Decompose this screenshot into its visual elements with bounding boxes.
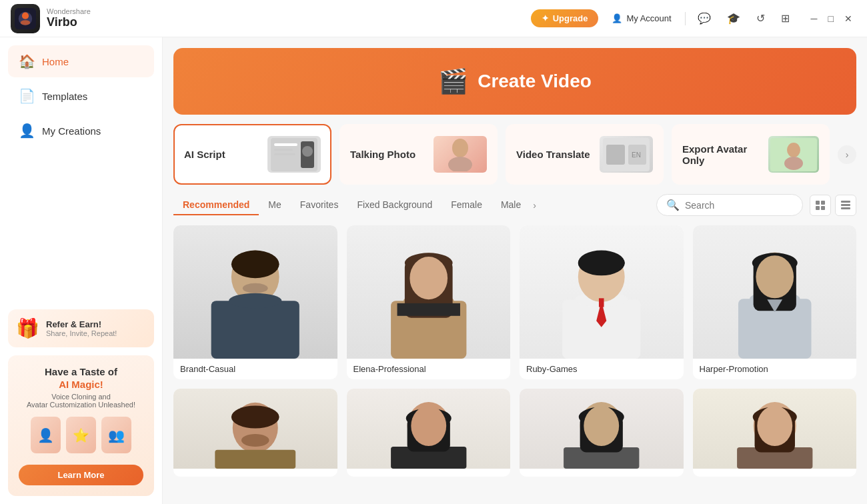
avatar-image-6 (347, 389, 511, 469)
more-tabs-button[interactable]: › (530, 197, 539, 213)
brand-name: Wondershare (47, 7, 91, 15)
titlebar-controls: ✦ Upgrade 👤 My Account 💬 🎓 ↺ ⊞ ─ □ ✕ (531, 9, 856, 27)
feature-card-video-translate[interactable]: Video Translate EN (506, 124, 664, 185)
svg-point-30 (243, 283, 268, 293)
avatar-card-brandt[interactable]: Brandt-Casual (173, 225, 337, 379)
avatar-card-harper[interactable]: Harper-Promotion (693, 225, 857, 379)
avatar-image-ruby (520, 225, 684, 359)
avatar-name-brandt: Brandt-Casual (173, 359, 337, 379)
svg-point-3 (21, 20, 31, 25)
avatar-card-ruby[interactable]: Ruby-Games (520, 225, 684, 379)
feature-cards-row: AI Script Talking Photo (173, 124, 856, 185)
svg-rect-27 (211, 301, 299, 359)
home-icon: 🏠 (19, 53, 35, 69)
svg-point-10 (452, 139, 468, 157)
svg-text:EN: EN (632, 151, 641, 159)
svg-rect-45 (599, 298, 604, 307)
account-icon: 👤 (612, 13, 622, 23)
search-icon: 🔍 (666, 199, 680, 211)
svg-point-43 (578, 251, 625, 276)
svg-rect-22 (821, 206, 825, 210)
sidebar-item-my-creations[interactable]: 👤 My Creations (8, 115, 154, 147)
svg-rect-54 (215, 450, 295, 469)
my-creations-icon: 👤 (19, 123, 35, 139)
refer-earn-card[interactable]: 🎁 Refer & Earn! Share, Invite, Repeat! (8, 309, 154, 347)
upgrade-button[interactable]: ✦ Upgrade (531, 9, 599, 27)
svg-rect-20 (821, 201, 825, 205)
tab-male[interactable]: Male (492, 195, 530, 215)
my-account-button[interactable]: 👤 My Account (606, 11, 676, 26)
ai-magic-card[interactable]: Have a Taste of AI Magic! Voice Cloning … (8, 355, 154, 496)
window-controls: ─ □ ✕ (807, 11, 856, 27)
titlebar-separator (685, 12, 686, 25)
filter-tabs: Recommended Me Favorites Fixed Backgroun… (173, 195, 656, 215)
talking-photo-thumb (434, 136, 487, 173)
avatar-image-7 (520, 389, 684, 469)
avatar-name-5 (173, 469, 337, 477)
svg-point-28 (229, 293, 281, 309)
svg-rect-23 (841, 201, 850, 203)
refresh-icon-button[interactable]: ↺ (752, 9, 769, 27)
feature-card-talking-photo[interactable]: Talking Photo (339, 124, 498, 185)
logo-text: Wondershare Virbo (47, 7, 91, 29)
sidebar-creations-label: My Creations (42, 125, 101, 137)
search-input[interactable] (685, 200, 792, 211)
avatar-card-7[interactable] (520, 389, 684, 477)
svg-rect-13 (606, 145, 625, 165)
grid-icon-button[interactable]: ⊞ (777, 9, 794, 27)
sidebar-home-label: Home (42, 56, 69, 67)
svg-point-56 (241, 434, 269, 447)
svg-rect-7 (274, 153, 295, 155)
svg-point-2 (22, 12, 29, 19)
svg-point-66 (584, 406, 619, 446)
list-view-button[interactable] (835, 195, 856, 216)
tab-me[interactable]: Me (259, 195, 290, 215)
close-button[interactable]: ✕ (840, 11, 856, 27)
minimize-button[interactable]: ─ (807, 11, 822, 27)
sidebar-nav: 🏠 Home 📄 Templates 👤 My Creations (0, 37, 162, 149)
avatar-name-6 (347, 469, 511, 477)
avatar-name-7 (520, 469, 684, 477)
content-area: 🎬 Create Video AI Script (163, 37, 867, 504)
avatar-card-5[interactable] (173, 389, 337, 477)
talking-photo-label: Talking Photo (350, 149, 415, 160)
chat-icon-button[interactable]: 💬 (694, 9, 715, 27)
create-video-banner[interactable]: 🎬 Create Video (173, 48, 856, 115)
sidebar-item-templates[interactable]: 📄 Templates (8, 80, 154, 112)
svg-rect-19 (816, 201, 820, 205)
hat-icon-button[interactable]: 🎓 (723, 9, 744, 27)
avatar-name-elena: Elena-Professional (347, 359, 511, 379)
avatar-grid: Brandt-Casual (163, 216, 867, 487)
svg-rect-6 (274, 149, 293, 151)
grid-view-icon (816, 201, 825, 210)
sidebar-item-home[interactable]: 🏠 Home (8, 45, 154, 77)
refer-text: Refer & Earn! Share, Invite, Repeat! (46, 319, 117, 337)
avatar-image-elena (347, 225, 511, 359)
tab-favorites[interactable]: Favorites (291, 195, 348, 215)
tab-female[interactable]: Female (442, 195, 492, 215)
upgrade-icon: ✦ (542, 13, 549, 23)
ai-script-label: AI Script (184, 149, 225, 160)
grid-view-button[interactable] (810, 195, 831, 216)
svg-point-9 (302, 146, 313, 157)
upgrade-label: Upgrade (553, 13, 588, 23)
maximize-button[interactable]: □ (824, 11, 838, 27)
illus-3: 👥 (101, 417, 131, 453)
svg-rect-24 (841, 204, 850, 206)
avatar-card-6[interactable] (347, 389, 511, 477)
avatar-image-harper (693, 225, 857, 359)
feature-card-ai-script[interactable]: AI Script (173, 124, 331, 185)
avatar-card-8[interactable] (693, 389, 857, 477)
feature-cards-next-button[interactable]: › (838, 145, 856, 164)
illus-1: 👤 (31, 417, 61, 453)
sidebar-spacer (0, 149, 162, 301)
tab-recommended[interactable]: Recommended (173, 195, 259, 215)
create-video-label: Create Video (478, 71, 592, 92)
tab-fixed-background[interactable]: Fixed Background (347, 195, 442, 215)
learn-more-button[interactable]: Learn More (19, 465, 143, 485)
feature-card-export-avatar[interactable]: Export Avatar Only (672, 124, 830, 185)
avatar-card-elena[interactable]: Elena-Professional (347, 225, 511, 379)
product-name: Virbo (47, 15, 91, 29)
refer-icon: 🎁 (16, 317, 39, 339)
avatar-image-brandt (173, 225, 337, 359)
